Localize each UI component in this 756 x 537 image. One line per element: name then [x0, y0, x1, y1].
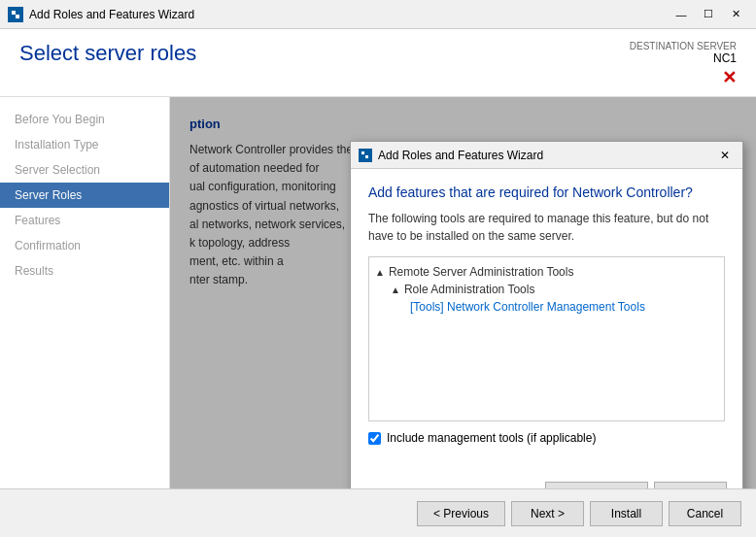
include-tools-checkbox-area: Include management tools (if applicable) [368, 431, 725, 445]
header: Select server roles DESTINATION SERVER N… [0, 29, 756, 97]
modal-title-bar: Add Roles and Features Wizard ✕ [351, 142, 742, 169]
modal-footer: Add Features Cancel [351, 474, 742, 488]
modal-dialog: Add Roles and Features Wizard ✕ Add feat… [350, 141, 743, 488]
sidebar-item-server-roles[interactable]: Server Roles [0, 183, 169, 208]
destination-server: DESTINATION SERVER NC1 ✕ [630, 41, 737, 88]
tree-expander-1: ▲ [391, 285, 400, 295]
previous-button[interactable]: < Previous [417, 501, 505, 526]
modal-overlay: Add Roles and Features Wizard ✕ Add feat… [170, 97, 756, 488]
tree-label-1: Role Administration Tools [404, 283, 535, 296]
tree-expander-0: ▲ [375, 267, 385, 278]
title-bar: Add Roles and Features Wizard — ☐ ✕ [0, 0, 756, 29]
features-tree: ▲ Remote Server Administration Tools ▲ R… [368, 256, 725, 421]
tree-item-2: [Tools] Network Controller Management To… [375, 298, 718, 316]
destination-error-icon: ✕ [630, 67, 737, 88]
footer: < Previous Next > Install Cancel [0, 488, 756, 537]
svg-rect-4 [361, 151, 364, 154]
install-button[interactable]: Install [590, 501, 663, 526]
main-panel: ption Network Controller provides the of… [170, 97, 756, 488]
page-title: Select server roles [19, 41, 196, 66]
sidebar-item-confirmation[interactable]: Confirmation [0, 233, 169, 258]
modal-cancel-button[interactable]: Cancel [654, 482, 727, 488]
svg-rect-2 [16, 15, 19, 18]
minimize-button[interactable]: — [669, 5, 694, 24]
close-button[interactable]: ✕ [723, 5, 748, 24]
sidebar-item-features[interactable]: Features [0, 208, 169, 233]
sidebar-item-installation-type[interactable]: Installation Type [0, 132, 169, 157]
svg-rect-1 [12, 11, 16, 15]
main-window: Select server roles DESTINATION SERVER N… [0, 29, 756, 537]
destination-label: DESTINATION SERVER [630, 41, 737, 51]
include-tools-label: Include management tools (if applicable) [387, 431, 596, 445]
title-bar-text: Add Roles and Features Wizard [29, 8, 669, 21]
app-icon [8, 7, 23, 22]
modal-heading: Add features that are required for Netwo… [368, 185, 725, 200]
tree-label-2: [Tools] Network Controller Management To… [410, 300, 645, 314]
include-tools-checkbox[interactable] [368, 432, 381, 445]
cancel-button[interactable]: Cancel [669, 501, 741, 526]
modal-close-button[interactable]: ✕ [715, 147, 735, 164]
tree-item-1: ▲ Role Administration Tools [375, 281, 718, 298]
sidebar: Before You Begin Installation Type Serve… [0, 97, 170, 488]
destination-value: NC1 [630, 51, 737, 65]
modal-body: Add features that are required for Netwo… [351, 169, 742, 474]
svg-rect-5 [365, 155, 368, 158]
tree-label-0: Remote Server Administration Tools [389, 265, 574, 279]
next-button[interactable]: Next > [511, 501, 584, 526]
modal-description: The following tools are required to mana… [368, 210, 725, 245]
add-features-button[interactable]: Add Features [545, 482, 648, 488]
maximize-button[interactable]: ☐ [696, 5, 721, 24]
modal-icon [359, 149, 372, 162]
sidebar-item-before-you-begin[interactable]: Before You Begin [0, 107, 169, 132]
tree-item-0: ▲ Remote Server Administration Tools [375, 263, 718, 281]
content-area: Before You Begin Installation Type Serve… [0, 97, 756, 488]
sidebar-item-results[interactable]: Results [0, 258, 169, 284]
modal-title-text: Add Roles and Features Wizard [378, 149, 715, 162]
sidebar-item-server-selection[interactable]: Server Selection [0, 157, 169, 183]
title-bar-controls: — ☐ ✕ [669, 5, 748, 24]
